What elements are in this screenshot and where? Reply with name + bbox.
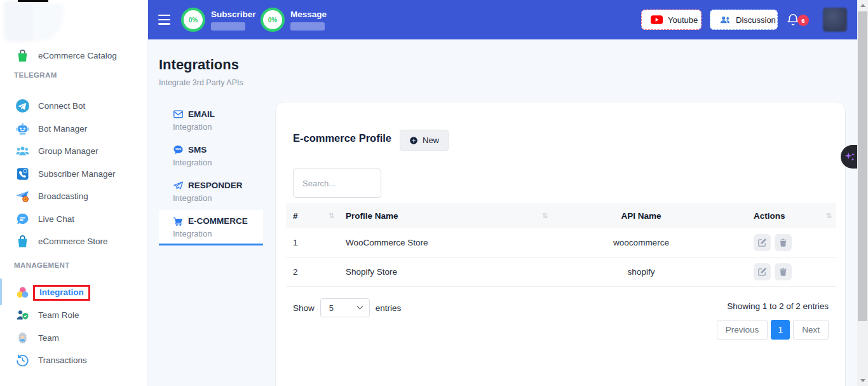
sidebar-item-label: Subscriber Manager — [38, 169, 116, 179]
row-number: 2 — [293, 267, 298, 277]
sidebar-item-bot-manager[interactable]: Bot Manager — [0, 117, 148, 140]
youtube-icon — [651, 15, 663, 24]
current-page-button[interactable]: 1 — [771, 320, 790, 340]
sidebar-item-live-chat[interactable]: Live Chat — [0, 207, 148, 230]
edit-icon — [757, 267, 767, 277]
col-header-num: # — [293, 211, 298, 221]
api-name: shopify — [552, 267, 730, 277]
subnav-title: SMS — [188, 145, 207, 155]
subscriber-stat-label: Subscriber — [211, 10, 256, 19]
redacted-stat-value — [290, 22, 325, 31]
scrollbar-thumb[interactable] — [858, 11, 867, 321]
profile-name: WooCommerce Store — [346, 238, 428, 247]
message-progress-ring: 0% — [261, 8, 285, 32]
section-label-management: MANAGEMENT — [14, 261, 70, 269]
subnav-subtitle: Integration — [173, 229, 263, 238]
group-people-icon — [15, 144, 30, 158]
sort-icon[interactable]: ⇅ — [826, 212, 836, 220]
sidebar-item-ecommerce-catalog[interactable]: eCommerce Catalog — [0, 44, 148, 67]
col-header-profile-name: Profile Name — [346, 211, 398, 221]
sidebar-item-label: eCommerce Catalog — [38, 51, 117, 60]
subnav-item-sms[interactable]: SMS SMS Integration — [159, 139, 263, 174]
subnav-title: EMAIL — [188, 109, 215, 119]
sidebar-item-label: Team — [38, 333, 59, 343]
sidebar-item-ecommerce-store[interactable]: eCommerce Store — [0, 230, 148, 252]
plus-circle-icon — [409, 136, 418, 145]
next-page-button[interactable]: Next — [793, 320, 829, 340]
new-button-label: New — [423, 135, 439, 145]
sidebar-item-broadcasting[interactable]: Broadcasting — [0, 184, 148, 207]
previous-page-button[interactable]: Previous — [717, 320, 768, 340]
sidebar-item-label: Live Chat — [38, 214, 74, 224]
subnav-item-responder[interactable]: RESPONDER Integration — [159, 174, 263, 210]
menu-toggle-icon[interactable] — [158, 15, 170, 27]
sidebar-item-label: Integration — [39, 287, 84, 297]
youtube-button[interactable]: Youtube — [641, 10, 702, 30]
subnav-subtitle: Integration — [173, 193, 263, 203]
redacted-stat-value — [211, 22, 245, 31]
sidebar-item-label: Bot Manager — [38, 124, 87, 134]
sidebar-item-integration[interactable]: Integration — [0, 281, 148, 304]
edit-button[interactable] — [754, 263, 771, 280]
svg-text:SMS: SMS — [175, 148, 182, 151]
search-input[interactable] — [293, 169, 381, 198]
scroll-up-arrow-icon[interactable] — [860, 4, 865, 7]
user-avatar[interactable] — [823, 8, 847, 32]
email-icon — [173, 109, 184, 120]
sidebar-item-label: Team Role — [38, 310, 79, 320]
users-icon — [719, 15, 731, 25]
notifications-button[interactable]: 6 — [786, 12, 811, 31]
sidebar-item-label: Broadcasting — [38, 191, 88, 201]
notification-count-badge: 6 — [797, 15, 809, 26]
contact-book-icon — [15, 167, 30, 181]
scroll-down-arrow-icon[interactable] — [860, 379, 865, 382]
sidebar-item-team[interactable]: Team — [0, 326, 148, 349]
role-shield-icon — [15, 308, 30, 322]
new-profile-button[interactable]: New — [400, 130, 449, 151]
sidebar-item-label: eCommerce Store — [38, 237, 108, 246]
page-size-select[interactable]: 5 — [320, 298, 370, 317]
sparkles-icon — [844, 151, 856, 163]
subnav-title: RESPONDER — [188, 181, 243, 190]
sidebar-item-connect-bot[interactable]: Connect Bot — [0, 94, 148, 117]
robot-icon — [15, 121, 30, 136]
entries-label: entries — [376, 303, 402, 313]
main-content: Integrations Integrate 3rd Party APIs EM… — [148, 39, 857, 386]
sidebar-item-group-manager[interactable]: Group Manager — [0, 139, 148, 162]
col-header-actions: Actions — [754, 211, 785, 221]
subnav-title: E-COMMERCE — [188, 216, 248, 226]
sidebar-item-transactions[interactable]: Transactions — [0, 348, 148, 371]
page-scrollbar[interactable] — [857, 0, 868, 386]
entries-summary: Showing 1 to 2 of 2 entries — [727, 301, 829, 311]
logo-redaction-strip — [18, 0, 48, 2]
shopping-bag-green-icon — [15, 48, 30, 63]
delete-button[interactable] — [775, 234, 792, 251]
page-title: Integrations — [159, 57, 239, 73]
subnav-item-email[interactable]: EMAIL Integration — [159, 103, 263, 139]
sidebar-item-subscriber-manager[interactable]: Subscriber Manager — [0, 162, 148, 185]
delete-button[interactable] — [775, 263, 792, 280]
sort-icon[interactable]: ⇅ — [542, 212, 552, 220]
sidebar: eCommerce Catalog TELEGRAM Connect Bot B… — [0, 0, 148, 386]
shopping-bag-blue-icon — [15, 234, 30, 249]
api-name: woocommerce — [552, 238, 730, 247]
sidebar-item-team-role[interactable]: Team Role — [0, 303, 148, 326]
edit-icon — [757, 238, 767, 247]
edit-button[interactable] — [754, 234, 771, 251]
section-label-telegram: TELEGRAM — [14, 71, 57, 79]
subnav-item-ecommerce[interactable]: E-COMMERCE Integration — [159, 210, 263, 245]
sort-icon[interactable]: ⇅ — [329, 212, 339, 220]
sidebar-item-label: Connect Bot — [38, 101, 85, 111]
subnav-subtitle: Integration — [173, 158, 263, 167]
table-row: 2 Shopify Store shopify — [286, 258, 836, 287]
message-stat-label: Message — [290, 10, 327, 19]
profile-name: Shopify Store — [346, 267, 397, 277]
panel-heading: E-commerce Profile — [293, 132, 391, 144]
table-header-row: #⇅ Profile Name⇅ API Name Actions⇅ — [286, 203, 836, 228]
broadcast-plane-icon — [15, 189, 30, 203]
topbar: 0% Subscriber 0% Message Youtube Discuss… — [148, 0, 857, 39]
discussion-button[interactable]: Discussion — [710, 10, 778, 30]
row-number: 1 — [293, 238, 298, 247]
page-size-control: Show 5 entries — [293, 298, 401, 317]
integration-subnav: EMAIL Integration SMS SMS Integration RE… — [159, 103, 263, 245]
